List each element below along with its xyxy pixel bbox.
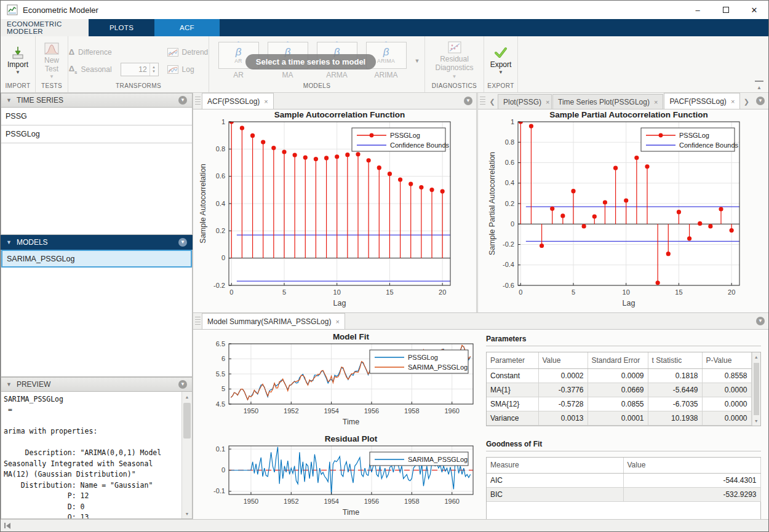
acf-chart[interactable]: 05101520-0.200.20.40.60.81Sample Autocor…	[193, 109, 476, 315]
tab-acf[interactable]: ACF	[154, 19, 220, 36]
table-cell: -6.7035	[648, 397, 702, 411]
svg-text:0: 0	[519, 288, 522, 296]
table-cell: 0.0000	[702, 383, 751, 397]
pane-actions-icon[interactable]: ▼	[756, 97, 765, 105]
models-list: SARIMA_PSSGLog	[1, 250, 193, 377]
scroll-down-icon[interactable]: ▼	[752, 416, 761, 426]
column-header[interactable]: Measure	[487, 458, 623, 474]
pane-actions-icon[interactable]: ▼	[756, 317, 765, 325]
collapse-triangle-icon[interactable]: ▼	[6, 381, 12, 387]
seasonal-period-stepper[interactable]: 12 ▲▼	[121, 63, 159, 76]
svg-text:10: 10	[333, 288, 341, 296]
table-row[interactable]: MA{1}-0.37760.0669-5.64490.0000	[487, 383, 751, 397]
tab-plot-pssg[interactable]: Plot(PSSG) ×	[498, 94, 552, 109]
table-row[interactable]: SMA{12}-0.57280.0855-6.70350.0000	[487, 397, 751, 411]
table-row[interactable]: Variance0.00130.000110.19380.0000	[487, 411, 751, 425]
difference-button[interactable]: Δ Difference	[69, 47, 112, 57]
panel-menu-icon[interactable]: ▼	[178, 238, 187, 247]
pane-actions-icon[interactable]: ▼	[464, 97, 472, 105]
model-fit-chart[interactable]: 1950195219541956195819604.555.566.5Model…	[193, 330, 476, 432]
table-cell: BIC	[487, 488, 623, 502]
detrend-button[interactable]: Detrend	[167, 48, 209, 57]
column-header[interactable]: t Statistic	[648, 352, 702, 368]
import-dropdown-caret[interactable]: ▼	[15, 70, 20, 75]
scroll-up-icon[interactable]: ▲	[752, 352, 761, 362]
table-row[interactable]: BIC-532.9293	[487, 488, 760, 502]
tab-time-series-plot[interactable]: Time Series Plot(PSSGLog) ×	[552, 94, 663, 109]
pacf-chart[interactable]: 05101520-0.6-0.4-0.200.20.40.60.81Sample…	[478, 109, 768, 315]
preview-panel: SARIMA_PSSGLog = arima with properties: …	[1, 392, 193, 519]
preview-panel-header[interactable]: ▼ PREVIEW ▼	[1, 377, 193, 392]
column-header[interactable]: Value	[623, 458, 760, 474]
table-row[interactable]: Constant0.00020.00090.18180.8558	[487, 368, 751, 383]
seasonal-button[interactable]: Δs Seasonal	[69, 64, 112, 75]
close-tab-icon[interactable]: ×	[731, 98, 735, 105]
drag-grip-icon[interactable]	[195, 97, 201, 106]
svg-text:Lag: Lag	[333, 299, 346, 308]
time-series-panel-header[interactable]: ▼ TIME SERIES ▼	[1, 93, 193, 108]
minimize-button[interactable]: –	[683, 1, 712, 19]
scroll-down-icon[interactable]: ▼	[182, 509, 192, 518]
import-button[interactable]: Import ▼	[4, 45, 32, 77]
restore-panel-icon[interactable]	[4, 523, 10, 529]
drag-grip-icon[interactable]	[480, 97, 485, 106]
collapse-triangle-icon[interactable]: ▼	[6, 97, 12, 103]
scroll-up-icon[interactable]: ▲	[182, 392, 192, 402]
close-tab-icon[interactable]: ×	[546, 98, 549, 106]
close-tab-icon[interactable]: ×	[335, 318, 339, 325]
tab-econometric-modeler[interactable]: ECONOMETRIC MODELER	[1, 19, 89, 36]
models-panel-header[interactable]: ▼ MODELS ▼	[1, 235, 193, 250]
table-row[interactable]: AIC-544.4301	[487, 474, 760, 488]
log-button[interactable]: Log	[167, 65, 209, 74]
models-gallery-caret[interactable]: ▼	[415, 58, 420, 64]
list-item[interactable]: SARIMA_PSSGLog	[1, 250, 192, 268]
svg-text:Lag: Lag	[623, 299, 636, 308]
residual-plot-chart[interactable]: 195019521954195619581960-0.100.1Residual…	[193, 432, 476, 521]
export-dropdown-caret[interactable]: ▼	[498, 70, 503, 75]
table-cell: Constant	[487, 368, 538, 383]
svg-text:5: 5	[282, 288, 286, 296]
pacf-tab-bar: ❮ Plot(PSSG) × Time Series Plot(PSSGLog)…	[478, 93, 768, 109]
svg-text:Confidence Bounds: Confidence Bounds	[390, 141, 450, 149]
list-item[interactable]: PSSG	[1, 108, 192, 125]
section-import: Import ▼ IMPORT	[1, 36, 36, 92]
column-header[interactable]: Parameter	[487, 352, 538, 368]
column-header[interactable]: Standard Error	[588, 352, 648, 368]
drag-grip-icon[interactable]	[195, 317, 201, 327]
table-cell: 10.1938	[648, 411, 702, 425]
svg-text:0.8: 0.8	[505, 138, 514, 146]
column-header[interactable]: P-Value	[702, 352, 751, 368]
stepper-arrows-icon[interactable]: ▲▼	[149, 63, 158, 76]
tab-model-summary[interactable]: Model Summary(SARIMA_PSSGLog) ×	[202, 313, 345, 329]
panel-menu-icon[interactable]: ▼	[178, 96, 187, 105]
preview-scrollbar[interactable]: ▲ ▼	[181, 392, 192, 518]
residual-diagnostics-icon	[447, 41, 462, 54]
status-bar	[1, 519, 768, 531]
tab-plots[interactable]: PLOTS	[89, 19, 154, 36]
close-tab-icon[interactable]: ×	[264, 98, 268, 105]
section-label-import: IMPORT	[1, 82, 35, 92]
distribution-icon	[44, 42, 60, 55]
residual-diagnostics-button[interactable]: Residual Diagnostics ▼	[429, 39, 480, 82]
table-cell: AIC	[487, 474, 623, 488]
svg-text:6: 6	[221, 355, 225, 362]
close-button[interactable]: ✕	[740, 1, 768, 19]
close-tab-icon[interactable]: ×	[654, 98, 658, 106]
tab-scroll-right-icon[interactable]: ❯	[741, 94, 752, 109]
tab-pacf-document[interactable]: PACF(PSSGLog) ×	[664, 93, 740, 109]
list-item[interactable]: PSSGLog	[1, 125, 192, 143]
svg-text:Time: Time	[343, 508, 359, 517]
collapse-triangle-icon[interactable]: ▼	[6, 239, 12, 245]
tab-acf-document[interactable]: ACF(PSSGLog) ×	[202, 93, 274, 109]
beta-icon: βˆ	[383, 47, 389, 57]
tab-scroll-left-icon[interactable]: ❮	[487, 94, 498, 109]
new-test-button[interactable]: New Test ▼	[39, 41, 64, 81]
maximize-button[interactable]	[712, 1, 740, 19]
column-header[interactable]: Value	[538, 352, 588, 368]
panel-menu-icon[interactable]: ▼	[178, 380, 187, 389]
svg-text:Model Fit: Model Fit	[333, 332, 370, 341]
table-scrollbar[interactable]: ▲ ▼	[752, 352, 761, 426]
select-series-tooltip: Select a time series to model	[245, 54, 376, 69]
collapse-toolstrip-icon[interactable]: ▲	[755, 81, 763, 91]
export-button[interactable]: Export ▼	[487, 45, 516, 77]
